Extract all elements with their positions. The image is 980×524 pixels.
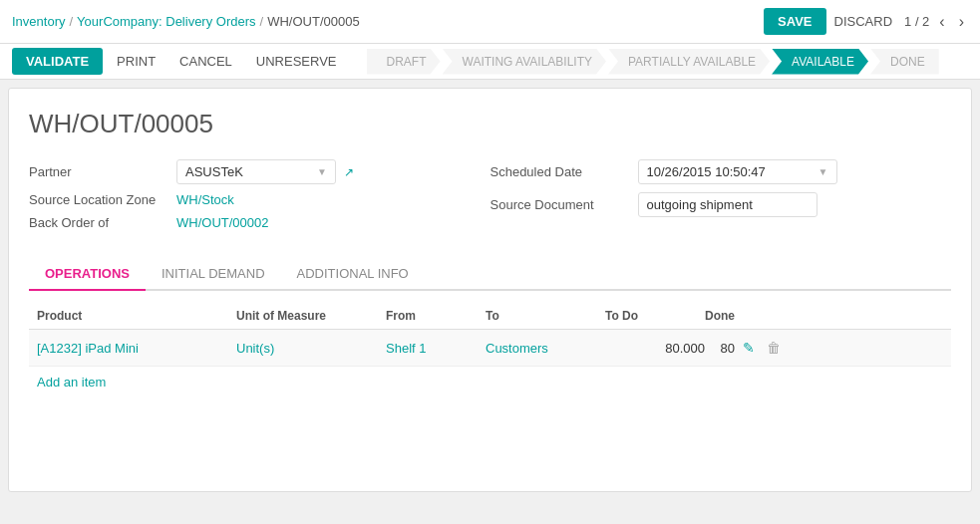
document-title: WH/OUT/00005: [29, 109, 951, 139]
breadcrumb: Inventory / YourCompany: Delivery Orders…: [12, 14, 360, 29]
col-actions-header: [785, 309, 824, 323]
status-done[interactable]: DONE: [870, 49, 939, 75]
field-source-location: Source Location Zone WH/Stock: [29, 192, 490, 207]
partner-external-link-icon[interactable]: ↗: [344, 165, 354, 179]
cell-done: 80 ✎ 🗑: [705, 338, 785, 358]
fields-left: Partner ASUSTeK ▼ ↗ Source Location Zone…: [29, 159, 490, 238]
source-document-input[interactable]: outgoing shipment: [638, 192, 817, 217]
field-source-document: Source Document outgoing shipment: [490, 192, 952, 217]
unreserve-button[interactable]: UNRESERVE: [246, 48, 347, 75]
col-to: To: [486, 309, 605, 323]
pagination-area: 1 / 2 ‹ ›: [904, 11, 968, 33]
top-bar: Inventory / YourCompany: Delivery Orders…: [0, 0, 980, 44]
col-from: From: [386, 309, 486, 323]
delete-row-button[interactable]: 🗑: [763, 338, 785, 358]
cell-from: Shelf 1: [386, 341, 486, 356]
scheduled-date-label: Scheduled Date: [490, 164, 630, 179]
print-button[interactable]: PRINT: [107, 48, 165, 75]
scheduled-date-input[interactable]: 10/26/2015 10:50:47 ▼: [638, 159, 837, 184]
status-draft[interactable]: DRAFT: [367, 49, 441, 75]
breadcrumb-sep-2: /: [260, 14, 264, 29]
cell-product[interactable]: [A1232] iPad Mini: [37, 341, 236, 356]
table-row: [A1232] iPad Mini Unit(s) Shelf 1 Custom…: [29, 330, 951, 367]
back-order-value[interactable]: WH/OUT/00002: [176, 215, 268, 230]
status-bar: DRAFT WAITING AVAILABILITY PARTIALLY AVA…: [367, 49, 968, 75]
breadcrumb-sep-1: /: [69, 14, 73, 29]
main-content: WH/OUT/00005 Partner ASUSTeK ▼ ↗ Source …: [8, 88, 972, 492]
partner-label: Partner: [29, 164, 168, 179]
save-button[interactable]: SAVE: [764, 8, 825, 35]
source-location-label: Source Location Zone: [29, 192, 168, 207]
fields-section: Partner ASUSTeK ▼ ↗ Source Location Zone…: [29, 159, 951, 238]
back-order-label: Back Order of: [29, 215, 168, 230]
status-partial[interactable]: PARTIALLY AVAILABLE: [608, 49, 770, 75]
done-value: 80: [721, 341, 735, 356]
field-scheduled-date: Scheduled Date 10/26/2015 10:50:47 ▼: [490, 159, 952, 184]
status-waiting[interactable]: WAITING AVAILABILITY: [443, 49, 606, 75]
tabs: OPERATIONS INITIAL DEMAND ADDITIONAL INF…: [29, 258, 951, 291]
cell-uom: Unit(s): [236, 341, 386, 356]
operations-table: Product Unit of Measure From To To Do Do…: [29, 303, 951, 397]
status-available[interactable]: AVAILABLE: [772, 49, 868, 75]
fields-right: Scheduled Date 10/26/2015 10:50:47 ▼ Sou…: [490, 159, 952, 238]
breadcrumb-inventory[interactable]: Inventory: [12, 14, 65, 29]
next-button[interactable]: ›: [955, 11, 968, 33]
scheduled-date-arrow-icon: ▼: [818, 166, 828, 177]
partner-input[interactable]: ASUSTeK ▼: [176, 159, 336, 184]
dropdown-arrow-icon: ▼: [317, 166, 327, 177]
tab-operations[interactable]: OPERATIONS: [29, 258, 146, 291]
tab-initial-demand[interactable]: INITIAL DEMAND: [146, 258, 281, 291]
action-status-bar: VALIDATE PRINT CANCEL UNRESERVE DRAFT WA…: [0, 44, 980, 80]
discard-button[interactable]: DISCARD: [834, 14, 893, 29]
add-item-row: Add an item: [29, 367, 951, 397]
breadcrumb-delivery-orders[interactable]: YourCompany: Delivery Orders: [77, 14, 255, 29]
col-product: Product: [37, 309, 236, 323]
field-partner: Partner ASUSTeK ▼ ↗: [29, 159, 490, 184]
source-document-label: Source Document: [490, 197, 630, 212]
field-back-order: Back Order of WH/OUT/00002: [29, 215, 490, 230]
source-location-value[interactable]: WH/Stock: [176, 192, 234, 207]
cell-todo: 80.000: [605, 341, 705, 356]
add-item-button[interactable]: Add an item: [29, 367, 114, 397]
validate-button[interactable]: VALIDATE: [12, 48, 103, 75]
cancel-button[interactable]: CANCEL: [169, 48, 242, 75]
col-uom: Unit of Measure: [236, 309, 386, 323]
action-buttons: VALIDATE PRINT CANCEL UNRESERVE: [12, 48, 347, 75]
col-done: Done: [705, 309, 785, 323]
save-discard-area: SAVE DISCARD: [764, 8, 892, 35]
breadcrumb-current: WH/OUT/00005: [267, 14, 359, 29]
tab-additional-info[interactable]: ADDITIONAL INFO: [281, 258, 425, 291]
prev-button[interactable]: ‹: [935, 11, 948, 33]
pagination-text: 1 / 2: [904, 14, 929, 29]
table-header: Product Unit of Measure From To To Do Do…: [29, 303, 951, 330]
cell-to: Customers: [486, 341, 605, 356]
scheduled-date-value: 10/26/2015 10:50:47: [647, 164, 766, 179]
partner-value: ASUSTeK: [185, 164, 243, 179]
col-todo: To Do: [605, 309, 705, 323]
edit-row-button[interactable]: ✎: [739, 338, 759, 358]
